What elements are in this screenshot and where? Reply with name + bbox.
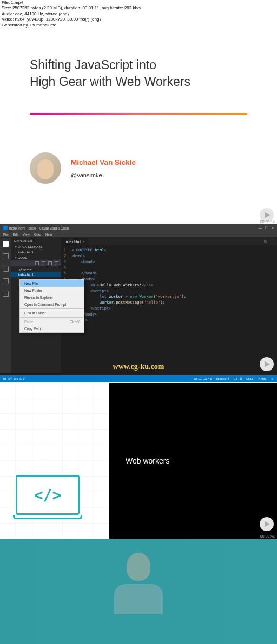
- status-left[interactable]: 03_srt* ⧉ 0 ⚠ 0: [3, 377, 25, 381]
- split-icon[interactable]: ⧉: [264, 239, 267, 244]
- vscode-menubar: File Edit View Goto Help: [0, 232, 277, 238]
- extensions-icon[interactable]: [3, 291, 9, 297]
- vscode-screenshot: index.html - code - Visual Studio Code —…: [0, 224, 277, 382]
- more-icon[interactable]: ⋯: [270, 239, 274, 244]
- minimize-icon[interactable]: —: [259, 226, 262, 230]
- ctx-copy-path[interactable]: Copy Path: [20, 325, 84, 332]
- status-ln[interactable]: Ln 10, Col 45: [194, 377, 212, 380]
- activity-bar: [0, 238, 11, 373]
- laptop-base: [13, 515, 82, 519]
- status-feedback-icon[interactable]: ☺: [271, 377, 274, 380]
- meta-audio: Audio: aac, 44100 Hz, stereo (eng): [2, 11, 141, 17]
- ctx-new-folder[interactable]: New Folder: [20, 287, 84, 294]
- explorer-icon[interactable]: [3, 241, 9, 247]
- menu-file[interactable]: File: [3, 233, 9, 236]
- head-shape: [127, 553, 150, 581]
- titlebar-left: index.html - code - Visual Studio Code: [3, 226, 69, 230]
- status-spaces[interactable]: Spaces: 4: [216, 377, 229, 380]
- timestamp-3: 00:00:42: [260, 534, 275, 538]
- web-workers-slide: </> Web workers 00:00:42: [0, 383, 277, 539]
- play-icon[interactable]: [260, 357, 274, 371]
- laptop-screen: </>: [16, 475, 80, 515]
- new-folder-icon[interactable]: [42, 261, 45, 265]
- thumb-footer-1: 00:00:14: [0, 208, 277, 224]
- code-content[interactable]: 1<!DOCTYPE html>2<html>3 <head>45 </head…: [61, 245, 277, 325]
- editor-tabs: index.html ⧉ ⋯: [61, 238, 277, 245]
- metadata-text: File: 1.mp4 Size: 2507252 bytes (2.39 Mi…: [2, 0, 141, 28]
- play-icon[interactable]: [260, 517, 274, 531]
- folder-toolbar: [11, 260, 61, 266]
- file-gitignore[interactable]: .gitignore: [11, 266, 61, 272]
- context-menu[interactable]: New FileNew FolderReveal in ExplorerOpen…: [19, 279, 84, 333]
- author-name: Michael Van Sickle: [71, 158, 136, 166]
- teal-caption-slide: You'll know how to best use web 00:00:56: [0, 539, 277, 644]
- laptop-icon: </>: [13, 475, 82, 519]
- collapse-icon[interactable]: [55, 261, 58, 265]
- timestamp-1: 00:00:14: [260, 220, 275, 224]
- tab-index-html[interactable]: index.html: [61, 238, 89, 245]
- body-shape: [114, 584, 163, 614]
- window-title: index.html - code - Visual Studio Code: [9, 226, 69, 230]
- close-icon[interactable]: ×: [272, 226, 274, 230]
- thumbnail-metadata: File: 1.mp4 Size: 2507252 bytes (2.39 Mi…: [0, 0, 277, 24]
- meta-file: File: 1.mp4: [2, 0, 141, 5]
- ww-right-panel: Web workers: [109, 383, 277, 539]
- git-icon[interactable]: [3, 266, 9, 272]
- refresh-icon[interactable]: [48, 261, 52, 265]
- editor-area: index.html ⧉ ⋯ 1<!DOCTYPE html>2<html>3 …: [61, 238, 277, 373]
- author-row: Michael Van Sickle @vansimke: [0, 115, 277, 208]
- ctx-new-file[interactable]: New File: [20, 280, 84, 287]
- ww-left-panel: </>: [0, 383, 109, 539]
- status-enc[interactable]: UTF-8: [233, 377, 242, 380]
- ctx-paste[interactable]: PasteCtrl+V: [20, 318, 84, 325]
- meta-gen: Generated by Thumbnail me: [2, 23, 141, 28]
- ctx-open-in-command-prompt[interactable]: Open in Command Prompt: [20, 301, 84, 308]
- status-lang[interactable]: HTML: [258, 377, 266, 380]
- ww-heading: Web workers: [126, 457, 169, 465]
- new-file-icon[interactable]: [35, 261, 39, 265]
- window-controls: — ☐ ×: [259, 226, 274, 230]
- vscode-titlebar: index.html - code - Visual Studio Code —…: [0, 224, 277, 232]
- speaker-silhouette: [114, 553, 163, 612]
- course-title: Shifting JavaScript into High Gear with …: [30, 57, 247, 90]
- menu-view[interactable]: View: [23, 233, 30, 236]
- ctx-reveal-in-explorer[interactable]: Reveal in Explorer: [20, 294, 84, 301]
- author-info: Michael Van Sickle @vansimke: [71, 158, 136, 178]
- meta-size: Size: 2507252 bytes (2.39 MiB), duration…: [2, 5, 141, 11]
- open-editor-file[interactable]: index.html: [11, 250, 61, 255]
- author-handle: @vansimke: [71, 172, 136, 178]
- section-code-label: CODE: [18, 256, 27, 259]
- explorer-header: EXPLORER: [11, 238, 61, 244]
- menu-edit[interactable]: Edit: [13, 233, 18, 236]
- title-slide: Shifting JavaScript into High Gear with …: [0, 24, 277, 106]
- status-right: Ln 10, Col 45 Spaces: 4 UTF-8 CRLF HTML …: [194, 377, 274, 380]
- vscode-logo-icon: [3, 226, 8, 230]
- menu-goto[interactable]: Goto: [34, 233, 41, 236]
- tab-toolbar: ⧉ ⋯: [261, 238, 277, 245]
- section-open-editors[interactable]: OPEN EDITORS: [11, 244, 61, 250]
- maximize-icon[interactable]: ☐: [265, 226, 268, 230]
- section-code[interactable]: CODE: [11, 255, 61, 260]
- search-icon[interactable]: [3, 253, 9, 259]
- menu-help[interactable]: Help: [45, 233, 52, 236]
- ctx-find-in-folder[interactable]: Find in Folder: [20, 310, 84, 317]
- avatar-face: [37, 159, 54, 179]
- file-index-html[interactable]: index.html: [11, 272, 61, 277]
- watermark-text: www.cg-ku.com: [113, 363, 164, 371]
- meta-video: Video: h264, yuv420p, 1280x720, 30.00 fp…: [2, 17, 141, 22]
- debug-icon[interactable]: [3, 278, 9, 284]
- status-bar: 03_srt* ⧉ 0 ⚠ 0 Ln 10, Col 45 Spaces: 4 …: [0, 375, 277, 382]
- author-avatar: [30, 152, 61, 184]
- code-symbol-icon: </>: [34, 486, 62, 504]
- status-crlf[interactable]: CRLF: [246, 377, 254, 380]
